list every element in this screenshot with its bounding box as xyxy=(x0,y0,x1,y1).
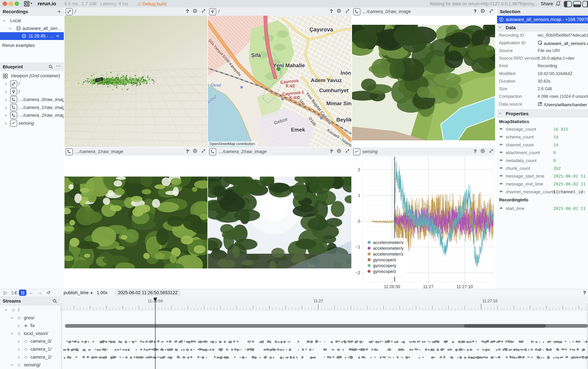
blueprint-item-camera_2raw_image[interactable]: ›…/camera_2/raw_image xyxy=(0,112,64,119)
recordings-dataset-row[interactable]: › autoware_all_sen… xyxy=(0,25,64,32)
macos-zoom-button[interactable] xyxy=(15,1,19,6)
recordings-group-local[interactable]: › Local xyxy=(0,17,64,24)
blueprint-item-camera_1raw_image[interactable]: ›…/camera_1/raw_image xyxy=(0,104,64,111)
rerun-examples-item[interactable]: Rerun examples xyxy=(0,41,64,49)
step-forward-button[interactable]: → xyxy=(36,289,44,296)
loop-button[interactable]: ↺ xyxy=(45,289,52,296)
stream-row-camera_1[interactable]: ›◇camera_1/ xyxy=(0,345,60,353)
search-icon[interactable] xyxy=(48,64,53,70)
toggle-left-panel-icon[interactable] xyxy=(564,1,572,7)
help-icon[interactable]: ? xyxy=(474,9,477,14)
view-camera-0-titlebar[interactable]: …/camera_0/raw_image? xyxy=(352,7,495,16)
macos-minimize-button[interactable] xyxy=(9,1,13,6)
visibility-eye-icon[interactable] xyxy=(192,148,198,154)
help-icon[interactable]: ? xyxy=(186,148,189,154)
visibility-eye-icon[interactable] xyxy=(192,9,198,14)
view-camera-2-titlebar[interactable]: …/camera_2/raw_image? xyxy=(208,147,351,156)
blueprint-item-sensing[interactable]: ›sensing xyxy=(0,119,64,127)
legend-item[interactable]: accelerometer/y xyxy=(367,246,404,252)
visibility-eye-icon[interactable] xyxy=(480,9,485,14)
chevron-down-icon[interactable]: › xyxy=(2,20,7,22)
view-map-titlebar[interactable]: /? xyxy=(208,7,351,16)
visibility-eye-icon[interactable] xyxy=(336,148,341,154)
pause-button[interactable] xyxy=(19,289,26,296)
notifications-bell-icon[interactable] xyxy=(555,1,561,7)
logo-menu-caret-icon[interactable]: ▾ xyxy=(31,1,32,5)
row-value[interactable]: /Users/williamchamber xyxy=(538,102,587,107)
chevron-right-icon[interactable]: › xyxy=(18,354,20,359)
selected-item-row[interactable]: autoware_all_sensors.mcap - +168.79979 m xyxy=(497,16,588,23)
stream-row-fix[interactable]: ›◈fix xyxy=(0,322,60,329)
maximize-view-icon[interactable] xyxy=(489,9,494,14)
playback-speed[interactable]: 1.00x xyxy=(97,290,108,295)
chevron-right-icon[interactable]: › xyxy=(5,120,7,126)
view-camera-1-titlebar[interactable]: …/camera_1/raw_image? xyxy=(64,147,207,156)
view-camera-0-content[interactable] xyxy=(352,16,495,147)
stream-row-camera_2[interactable]: ›◇camera_2/ xyxy=(0,353,60,361)
legend-item[interactable]: gyroscope/z xyxy=(367,269,404,275)
chevron-down-icon[interactable]: › xyxy=(10,333,15,335)
properties-section-header[interactable]: › Properties xyxy=(497,109,588,118)
view-map-content[interactable]: ÇayırovaŞifaYeni MahalleİnönüAdem YavuzC… xyxy=(208,16,351,147)
blueprint-item-spatial3d[interactable]: ›/ xyxy=(0,80,64,88)
view-sensing-content[interactable]: 210−1−211:26:5011:2711:27:10acceleromete… xyxy=(352,156,495,290)
visibility-eye-icon[interactable] xyxy=(336,9,341,14)
toggle-bottom-panel-icon[interactable] xyxy=(573,1,581,7)
step-back-button[interactable]: ← xyxy=(27,289,35,296)
help-icon[interactable]: ? xyxy=(186,9,189,14)
help-icon[interactable]: ? xyxy=(330,9,333,14)
rerun-logo-icon[interactable] xyxy=(24,1,30,7)
play-button[interactable]: ▷ xyxy=(2,289,9,296)
timeline-help-icon[interactable]: ? xyxy=(583,290,586,296)
stream-row-lucid_vision[interactable]: ›◇lucid_vision/ xyxy=(0,329,60,337)
stream-row-[interactable]: ›◇/ xyxy=(0,306,60,314)
blueprint-item-map[interactable]: ›/ xyxy=(0,88,64,96)
view-3d-titlebar[interactable]: /? xyxy=(64,7,207,16)
help-icon[interactable]: ? xyxy=(474,148,477,154)
chevron-down-icon[interactable]: › xyxy=(10,364,15,366)
view-camera-1-content[interactable] xyxy=(64,156,207,287)
chevron-right-icon[interactable]: › xyxy=(18,346,20,352)
chevron-right-icon[interactable]: › xyxy=(5,81,7,86)
view-camera-2-content[interactable] xyxy=(208,156,351,287)
maximize-view-icon[interactable] xyxy=(201,149,206,154)
step-to-end-button[interactable]: ▷ xyxy=(10,289,18,296)
maximize-view-icon[interactable] xyxy=(201,9,206,14)
blueprint-viewport-row[interactable]: Viewport (Grid container) xyxy=(0,72,64,80)
data-section-header[interactable]: › Data xyxy=(497,23,588,31)
chevron-down-icon[interactable]: › xyxy=(10,317,15,319)
legend-item[interactable]: gyroscope/x xyxy=(367,257,404,263)
maximize-view-icon[interactable] xyxy=(489,149,494,154)
chevron-down-icon[interactable]: › xyxy=(4,309,9,311)
help-icon[interactable]: ? xyxy=(330,148,333,154)
recording-row-selected[interactable]: 11:26:45 - … × xyxy=(0,32,64,40)
blueprint-item-camera_0raw_image[interactable]: ›…/camera_0/raw_image xyxy=(0,96,64,103)
chevron-right-icon[interactable]: › xyxy=(5,105,7,110)
chevron-right-icon[interactable]: › xyxy=(5,113,7,118)
legend-item[interactable]: accelerometer/x xyxy=(367,240,404,246)
view-sensing-titlebar[interactable]: sensing? xyxy=(352,147,495,156)
stream-row-gnss[interactable]: ›◇gnss/ xyxy=(0,314,60,322)
legend-item[interactable]: gyroscope/y xyxy=(367,263,404,269)
macos-close-button[interactable] xyxy=(3,1,7,6)
current-time-field[interactable]: 2025-06-02 11:26:50.565312Z xyxy=(115,289,181,296)
toggle-right-panel-icon[interactable] xyxy=(582,1,588,7)
chevron-right-icon[interactable]: › xyxy=(18,323,20,328)
view-3d-content[interactable] xyxy=(64,16,207,147)
maximize-view-icon[interactable] xyxy=(345,149,350,154)
chevron-right-icon[interactable]: › xyxy=(5,89,7,94)
more-menu-icon[interactable]: ⋯ xyxy=(56,63,61,69)
chevron-right-icon[interactable]: › xyxy=(18,338,20,344)
visibility-eye-icon[interactable] xyxy=(480,148,485,154)
chevron-right-icon[interactable]: › xyxy=(5,97,7,102)
add-recording-button[interactable]: + xyxy=(58,9,61,15)
maximize-view-icon[interactable] xyxy=(345,9,350,14)
share-button[interactable]: Share xyxy=(541,1,553,6)
stream-row-camera_0[interactable]: ›◇camera_0/ xyxy=(0,337,60,345)
timeline-selector[interactable]: publish_time ▼ xyxy=(64,290,93,295)
timeline-tracks[interactable]: 11:26:5011:2711:27:10 xyxy=(60,297,588,369)
chevron-down-icon[interactable]: › xyxy=(8,28,13,29)
close-recording-icon[interactable]: × xyxy=(56,33,59,39)
search-icon[interactable] xyxy=(52,299,57,304)
legend-item[interactable]: accelerometer/z xyxy=(367,252,404,257)
